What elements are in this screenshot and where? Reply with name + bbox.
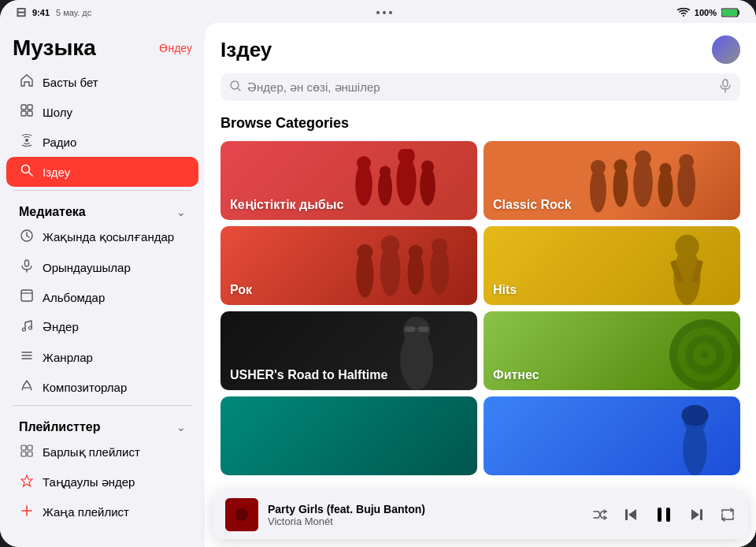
category-card-fitness[interactable]: Фитнес <box>484 311 740 390</box>
svg-point-46 <box>635 151 651 167</box>
nav-label-favorites: Таңдаулы әндер <box>43 475 135 489</box>
wifi-icon <box>677 8 690 17</box>
svg-rect-24 <box>21 452 26 456</box>
svg-point-17 <box>29 326 32 329</box>
mini-player-artist: Victoria Monét <box>268 515 583 527</box>
figures-hits <box>650 230 724 305</box>
nav-item-recent[interactable]: Жақында қосылғандар <box>6 222 198 252</box>
mini-player-thumbnail <box>225 498 258 531</box>
category-card-blue[interactable] <box>484 396 740 475</box>
nav-label-home: Басты бет <box>43 76 98 89</box>
svg-point-48 <box>659 163 671 175</box>
svg-rect-65 <box>405 326 415 332</box>
search-bar[interactable] <box>220 73 740 101</box>
status-right: 100% <box>677 8 740 17</box>
mini-player-title: Party Girls (feat. Buju Banton) <box>268 503 583 515</box>
nav-item-songs[interactable]: Әндер <box>6 312 198 342</box>
next-button[interactable] <box>688 506 706 523</box>
card-label-rock: Рок <box>230 283 252 297</box>
nav-label-songs: Әндер <box>43 320 79 334</box>
clock-icon <box>19 229 35 246</box>
svg-point-60 <box>675 235 699 259</box>
playlists-title: Плейлисттер <box>19 420 100 434</box>
playlists-chevron-icon: ⌄ <box>176 421 186 434</box>
svg-point-50 <box>679 154 694 169</box>
mini-player[interactable]: Party Girls (feat. Buju Banton) Victoria… <box>213 490 748 539</box>
svg-line-8 <box>29 173 33 177</box>
composers-icon <box>19 378 35 396</box>
svg-rect-14 <box>21 290 32 301</box>
playlists-section-header[interactable]: Плейлисттер ⌄ <box>6 409 198 437</box>
mini-player-info: Party Girls (feat. Buju Banton) Victoria… <box>268 503 583 527</box>
sidebar-edit-button[interactable]: Өндеу <box>159 42 192 54</box>
pause-button[interactable] <box>654 504 674 525</box>
category-card-usher[interactable]: USHER's Road to Halftime <box>220 311 477 390</box>
thumbnail-art <box>225 498 258 531</box>
browse-categories-label: Browse Categories <box>220 115 740 132</box>
card-bg-party <box>220 396 477 475</box>
figures-rock <box>332 233 477 305</box>
category-card-party[interactable] <box>220 396 477 475</box>
mic-search-icon[interactable] <box>720 79 731 95</box>
plus-icon <box>19 504 35 521</box>
svg-point-36 <box>380 166 391 177</box>
svg-point-40 <box>421 160 434 173</box>
figures-spatial <box>335 149 477 220</box>
nav-label-all-playlists: Барлық плейлист <box>43 445 140 460</box>
nav-item-home[interactable]: Басты бет <box>6 67 198 97</box>
search-field-icon <box>230 80 241 94</box>
svg-point-75 <box>681 405 708 426</box>
repeat-button[interactable] <box>720 507 736 523</box>
search-active-icon <box>19 163 35 180</box>
svg-point-44 <box>613 159 627 173</box>
home-icon <box>19 73 35 91</box>
figures-blue <box>658 400 732 475</box>
sidebar-title: Музыка <box>13 35 96 61</box>
nav-item-artists[interactable]: Орындаушылар <box>6 252 198 282</box>
library-chevron-icon: ⌄ <box>176 206 186 218</box>
nav-item-new-playlist[interactable]: Жаңа плейлист <box>6 497 198 527</box>
nav-item-all-playlists[interactable]: Барлық плейлист <box>6 437 198 467</box>
all-playlists-icon <box>19 444 35 461</box>
battery-label: 100% <box>695 8 717 17</box>
grid-icon <box>19 103 35 121</box>
app-container: Музыка Өндеу Басты бет <box>0 23 756 547</box>
nav-item-genres[interactable]: Жанрлар <box>6 342 198 372</box>
nav-label-recent: Жақында қосылғандар <box>43 230 174 244</box>
separator-1 <box>13 190 192 191</box>
svg-rect-80 <box>658 508 662 522</box>
star-icon <box>19 474 35 491</box>
category-card-rock[interactable]: Рок <box>220 226 477 305</box>
card-label-spatial: Кеңістіктік дыбыс <box>230 197 343 212</box>
nav-item-albums[interactable]: Альбомдар <box>6 282 198 312</box>
sidebar-toggle-icon[interactable]: ⊟ <box>16 5 26 20</box>
nav-item-favorites[interactable]: Таңдаулы әндер <box>6 467 198 497</box>
svg-point-77 <box>235 508 248 521</box>
previous-button[interactable] <box>622 506 639 523</box>
svg-point-52 <box>357 244 372 260</box>
nav-item-radio[interactable]: Радио <box>6 127 198 157</box>
separator-2 <box>13 405 192 406</box>
card-bg-blue <box>484 396 740 475</box>
category-card-spatial[interactable]: Кеңістіктік дыбыс <box>220 141 477 220</box>
user-avatar[interactable] <box>712 35 740 64</box>
nav-item-composers[interactable]: Композиторлар <box>6 372 198 402</box>
radio-icon <box>19 133 35 151</box>
svg-point-54 <box>381 236 400 255</box>
nav-label-new-playlist: Жаңа плейлист <box>43 505 129 519</box>
svg-point-34 <box>357 156 371 170</box>
svg-point-42 <box>591 160 606 175</box>
shuffle-button[interactable] <box>592 507 608 523</box>
svg-rect-22 <box>21 445 26 450</box>
svg-marker-82 <box>691 509 699 520</box>
search-input[interactable] <box>247 80 720 94</box>
category-card-hits[interactable]: Hits <box>484 226 740 305</box>
genres-icon <box>19 348 35 366</box>
nav-item-search[interactable]: Іздеу <box>6 157 198 187</box>
category-card-classic-rock[interactable]: Classic Rock <box>484 141 740 220</box>
mini-player-controls <box>592 504 736 525</box>
nav-item-browse[interactable]: Шолу <box>6 97 198 127</box>
card-label-usher: USHER's Road to Halftime <box>230 368 387 382</box>
library-section-header[interactable]: Медиатека ⌄ <box>6 194 198 222</box>
main-top-bar: Іздеу <box>220 35 740 64</box>
